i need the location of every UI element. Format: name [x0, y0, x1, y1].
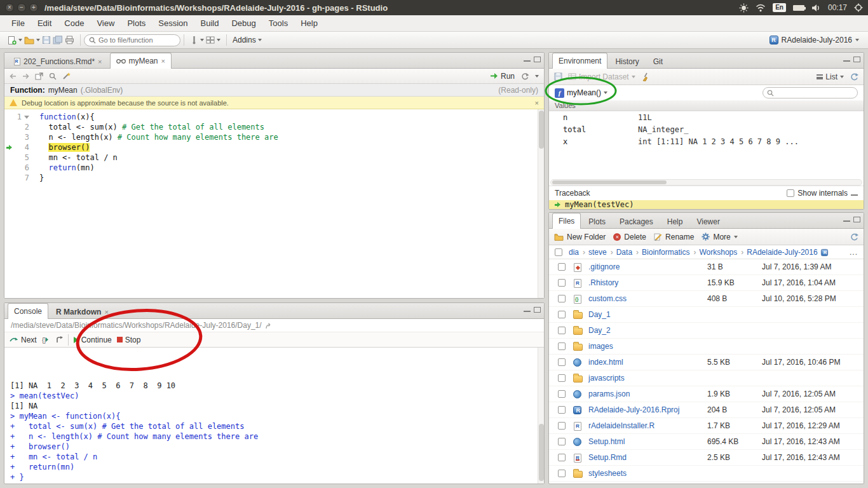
- file-row[interactable]: rAdelaideInstaller.R 1.7 KB Jul 17, 2016…: [549, 418, 864, 434]
- environment-hscrollbar[interactable]: [550, 179, 862, 186]
- save-all-icon[interactable]: [53, 36, 63, 44]
- rerun-icon[interactable]: [520, 72, 529, 80]
- close-tab-icon[interactable]: [161, 57, 165, 65]
- maximize-pane-icon[interactable]: [853, 57, 860, 62]
- open-folder-icon[interactable]: [24, 36, 34, 44]
- keyboard-layout-indicator[interactable]: En: [773, 3, 786, 12]
- values-section-header[interactable]: Values: [549, 100, 864, 111]
- menu-item[interactable]: File: [5, 15, 31, 31]
- file-row[interactable]: images: [549, 339, 864, 355]
- file-checkbox[interactable]: [558, 454, 566, 461]
- import-dataset-button[interactable]: Import Dataset: [568, 72, 635, 81]
- file-name-link[interactable]: Setup.Rmd: [588, 453, 707, 462]
- gutter[interactable]: 1: [4, 112, 34, 122]
- gutter[interactable]: 5: [4, 152, 34, 163]
- tab-console[interactable]: Console: [8, 303, 48, 319]
- environment-search-box[interactable]: [763, 87, 858, 98]
- file-row[interactable]: .gitignore 31 B Jul 7, 2016, 1:39 AM: [549, 259, 864, 275]
- step-into-button[interactable]: {}: [42, 336, 50, 344]
- minimize-pane-icon[interactable]: [843, 217, 850, 222]
- file-name-link[interactable]: RAdelaide-July-2016.Rproj: [588, 405, 707, 414]
- console-scrollbar[interactable]: [538, 348, 544, 484]
- delete-button[interactable]: × Delete: [613, 233, 646, 241]
- menu-item[interactable]: Edit: [31, 15, 58, 31]
- show-in-new-window-icon[interactable]: [35, 72, 43, 80]
- file-row[interactable]: Day_2: [549, 323, 864, 339]
- refresh-icon[interactable]: [850, 72, 858, 81]
- menu-item[interactable]: Build: [194, 15, 226, 31]
- gutter[interactable]: 3: [4, 132, 34, 142]
- file-name-link[interactable]: .Rhistory: [588, 278, 707, 287]
- back-icon[interactable]: [10, 73, 17, 79]
- breadcrumb-item[interactable]: Bioinformatics: [635, 248, 691, 257]
- file-checkbox[interactable]: [558, 406, 566, 414]
- breadcrumb-item[interactable]: dia: [567, 248, 580, 257]
- save-workspace-icon[interactable]: [554, 72, 562, 81]
- file-row[interactable]: Day_1: [549, 307, 864, 323]
- file-row[interactable]: index.html 5.5 KB Jul 17, 2016, 10:46 PM: [549, 355, 864, 370]
- tab-git[interactable]: Git: [647, 54, 669, 68]
- file-row[interactable]: javascripts: [549, 370, 864, 386]
- environment-variable-row[interactable]: n 11L: [549, 111, 864, 123]
- brightness-icon[interactable]: [739, 3, 749, 13]
- file-checkbox[interactable]: [558, 263, 566, 271]
- file-checkbox[interactable]: [558, 470, 566, 477]
- file-name-link[interactable]: .gitignore: [588, 262, 707, 271]
- file-name-link[interactable]: rAdelaideInstaller.R: [588, 421, 707, 430]
- tab-mymean[interactable]: myMean: [110, 53, 172, 69]
- new-file-icon[interactable]: [8, 36, 17, 45]
- goto-file-box[interactable]: [84, 34, 180, 46]
- editor-scrollbar[interactable]: [538, 109, 544, 298]
- file-name-link[interactable]: images: [588, 342, 707, 351]
- tab-202-functions-rmd[interactable]: R 202_Functions.Rmd*: [8, 54, 109, 68]
- maximize-pane-icon[interactable]: [534, 57, 541, 62]
- rename-button[interactable]: Rename: [654, 233, 694, 241]
- volume-icon[interactable]: [811, 4, 821, 12]
- panes-caret-icon[interactable]: [217, 39, 220, 41]
- file-row[interactable]: Setup.Rmd 2.5 KB Jul 17, 2016, 12:43 AM: [549, 450, 864, 466]
- continue-button[interactable]: Continue: [74, 336, 112, 344]
- breadcrumb-item[interactable]: Workshops: [692, 248, 738, 257]
- clear-workspace-broom-icon[interactable]: [641, 72, 650, 81]
- file-checkbox[interactable]: [558, 390, 566, 398]
- gutter[interactable]: 4: [4, 142, 34, 152]
- save-icon[interactable]: [42, 36, 51, 44]
- menu-item[interactable]: Session: [152, 15, 194, 31]
- maximize-pane-icon[interactable]: [853, 217, 860, 222]
- file-name-link[interactable]: Day_2: [588, 326, 707, 335]
- file-row[interactable]: params.json 1.9 KB Jul 7, 2016, 12:05 AM: [549, 386, 864, 402]
- file-row[interactable]: custom.css 408 B Jul 10, 2016, 5:28 PM: [549, 291, 864, 307]
- new-file-caret-icon[interactable]: [18, 39, 22, 41]
- gutter[interactable]: 2: [4, 122, 34, 132]
- tools-icon[interactable]: [190, 36, 198, 44]
- print-icon[interactable]: [65, 36, 74, 44]
- open-folder-caret-icon[interactable]: [36, 39, 40, 41]
- fold-icon[interactable]: [24, 116, 29, 119]
- console-output[interactable]: [1] NA 1 2 3 4 5 6 7 8 9 10> mean(testVe…: [4, 348, 544, 484]
- tab-environment[interactable]: Environment: [552, 53, 607, 69]
- file-checkbox[interactable]: [558, 311, 566, 318]
- gutter[interactable]: 7: [4, 173, 34, 183]
- tools-caret-icon[interactable]: [200, 39, 204, 41]
- list-view-button[interactable]: List: [817, 72, 844, 81]
- source-caret-icon[interactable]: [535, 75, 539, 78]
- file-name-link[interactable]: Day_1: [588, 310, 707, 319]
- collapse-traceback-icon[interactable]: [851, 191, 858, 196]
- file-row[interactable]: RAdelaide-July-2016.Rproj 204 B Jul 7, 2…: [549, 402, 864, 418]
- file-name-link[interactable]: index.html: [588, 358, 707, 367]
- menu-item[interactable]: View: [90, 15, 121, 31]
- tab-plots[interactable]: Plots: [582, 214, 612, 228]
- file-name-link[interactable]: Setup.html: [588, 437, 707, 446]
- clock[interactable]: 00:17: [828, 3, 847, 12]
- menu-item[interactable]: Plots: [121, 15, 152, 31]
- close-tab-icon[interactable]: [104, 308, 108, 316]
- file-row[interactable]: Setup.html 695.4 KB Jul 17, 2016, 12:43 …: [549, 434, 864, 450]
- gutter[interactable]: 6: [4, 163, 34, 173]
- show-internals-checkbox[interactable]: [787, 189, 794, 197]
- select-all-checkbox[interactable]: [555, 248, 562, 256]
- forward-icon[interactable]: [22, 73, 29, 79]
- code-editor[interactable]: 1function(x){2 total <- sum(x) # Get the…: [4, 109, 544, 298]
- file-checkbox[interactable]: [558, 279, 566, 287]
- menu-item[interactable]: Debug: [225, 15, 262, 31]
- menu-item[interactable]: Code: [58, 15, 90, 31]
